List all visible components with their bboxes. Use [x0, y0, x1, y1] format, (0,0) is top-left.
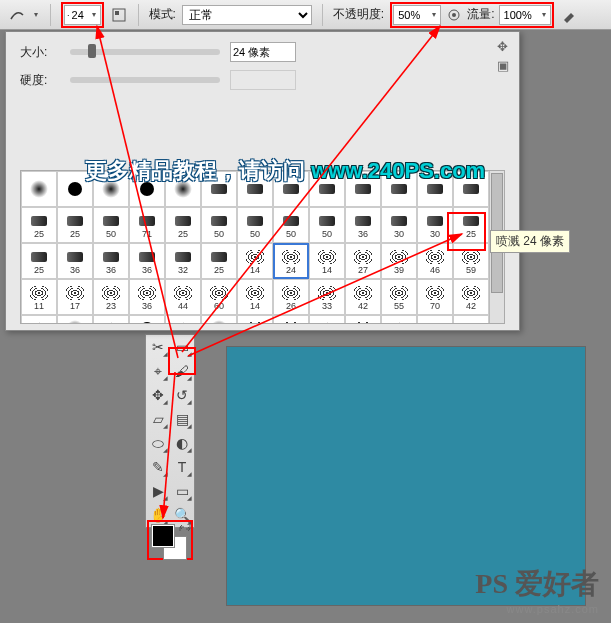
brush-preset-picker[interactable]: · ▾ — [64, 5, 101, 25]
brush-preset-cell[interactable]: ✶74 — [93, 315, 129, 323]
options-bar: ▾ · ▾ 模式: 正常 不透明度: ▾ 流量: ▾ — [0, 0, 611, 30]
brush-preset-cell[interactable]: 14 — [309, 243, 345, 279]
hardness-slider[interactable] — [70, 77, 220, 83]
size-value-input[interactable] — [231, 46, 291, 58]
brush-preset-cell[interactable]: 36 — [273, 315, 309, 323]
flow-field[interactable]: ▾ — [499, 5, 551, 25]
highlight-color-swatch — [147, 520, 193, 560]
flow-arrow-icon[interactable]: ▾ — [540, 10, 548, 19]
brush-preset-cell[interactable]: 70 — [417, 279, 453, 315]
brush-preset-cell[interactable]: 50 — [93, 207, 129, 243]
pressure-opacity-icon[interactable] — [445, 6, 463, 24]
flow-label: 流量: — [467, 6, 494, 23]
brush-preset-cell[interactable]: 134 — [57, 315, 93, 323]
gradient-tool[interactable]: ▤◢ — [170, 407, 194, 431]
brush-preset-cell[interactable]: 192 — [201, 315, 237, 323]
brush-tool[interactable]: 🖌◢ — [170, 359, 194, 383]
brush-preset-cell[interactable]: 36 — [345, 207, 381, 243]
brush-preset-cell[interactable]: 30 — [381, 207, 417, 243]
brush-preset-cell[interactable]: 14 — [237, 279, 273, 315]
brush-preset-cell[interactable]: 25 — [453, 207, 489, 243]
brush-preset-cell[interactable] — [21, 171, 57, 207]
brush-preset-cell[interactable]: 42 — [453, 279, 489, 315]
brush-preset-cell[interactable]: 25 — [21, 207, 57, 243]
brush-preset-cell[interactable]: 36 — [57, 243, 93, 279]
size-value-field[interactable] — [230, 42, 296, 62]
brush-arrow-icon[interactable]: ▾ — [90, 10, 98, 19]
brush-preset-cell[interactable]: 36 — [93, 243, 129, 279]
brush-preset-cell[interactable]: 32 — [165, 243, 201, 279]
brush-preset-cell[interactable]: 50 — [201, 207, 237, 243]
shape-tool[interactable]: ▭◢ — [170, 479, 194, 503]
opacity-arrow-icon[interactable]: ▾ — [430, 10, 438, 19]
brush-preset-cell[interactable]: 59 — [453, 243, 489, 279]
brush-preset-cell[interactable]: 42 — [345, 279, 381, 315]
brush-panel-toggle-icon[interactable] — [110, 6, 128, 24]
brush-preset-cell[interactable]: 14 — [237, 243, 273, 279]
dodge-tool[interactable]: ◐◢ — [170, 431, 194, 455]
brush-preset-cell[interactable]: 60 — [201, 279, 237, 315]
type-tool[interactable]: T◢ — [170, 455, 194, 479]
brush-preset-cell[interactable]: 36 — [237, 315, 273, 323]
watermark: PS 爱好者 www.psahz.com — [475, 565, 599, 615]
blur-tool[interactable]: ⬭◢ — [146, 431, 170, 455]
crop-tool[interactable]: ✂◢ — [146, 335, 170, 359]
brush-preset-cell[interactable]: 44 — [165, 279, 201, 315]
brush-preset-cell[interactable]: ✶29 — [165, 315, 201, 323]
brush-preset-cell[interactable]: 55 — [381, 279, 417, 315]
brush-preset-cell[interactable]: 50 — [309, 207, 345, 243]
opacity-label: 不透明度: — [333, 6, 384, 23]
brush-preset-cell[interactable]: 50 — [273, 207, 309, 243]
opacity-field[interactable]: ▾ — [393, 5, 441, 25]
brush-preset-cell[interactable]: 63 — [453, 315, 489, 323]
path-select-tool[interactable]: ▶◢ — [146, 479, 170, 503]
brush-preset-cell[interactable]: 11 — [21, 279, 57, 315]
brush-preset-cell[interactable]: 46 — [417, 243, 453, 279]
brush-size-readout[interactable] — [70, 9, 90, 21]
brush-preset-cell[interactable]: 24 — [273, 243, 309, 279]
brush-preset-cell[interactable]: 25 — [165, 207, 201, 243]
brush-preset-cell[interactable]: 25 — [57, 207, 93, 243]
brush-preset-cell[interactable]: 30 — [417, 207, 453, 243]
brush-preset-cell[interactable]: 39 — [417, 315, 453, 323]
new-preset-icon[interactable]: ▣ — [497, 59, 509, 72]
brush-preset-cell[interactable]: ✶33 — [309, 315, 345, 323]
brush-preset-cell[interactable]: 33 — [309, 279, 345, 315]
tool-preset-arrow-icon[interactable]: ▾ — [32, 10, 40, 19]
history-brush-tool[interactable]: ↺◢ — [170, 383, 194, 407]
brush-grid: 2525507125505050503630302525363636322514… — [21, 171, 489, 323]
divider — [50, 4, 51, 26]
brush-preset-cell[interactable]: 25 — [21, 243, 57, 279]
swap-colors-icon[interactable] — [179, 522, 191, 532]
eraser-tool[interactable]: ▱◢ — [146, 407, 170, 431]
brush-preset-cell[interactable]: 17 — [57, 279, 93, 315]
brush-preset-cell[interactable]: 63 — [345, 315, 381, 323]
opacity-input[interactable] — [396, 9, 430, 21]
brush-preset-cell[interactable]: 36 — [129, 243, 165, 279]
brush-preset-cell[interactable]: 71 — [129, 207, 165, 243]
blend-mode-select[interactable]: 正常 — [182, 5, 312, 25]
brush-tooltip: 喷溅 24 像素 — [490, 230, 570, 253]
brush-preset-cell[interactable]: 25 — [201, 243, 237, 279]
brush-preset-cell[interactable]: 36 — [129, 279, 165, 315]
brush-preset-cell[interactable]: ✶112 — [21, 315, 57, 323]
brush-preset-cell[interactable]: 95 — [129, 315, 165, 323]
brush-preset-cell[interactable]: 23 — [93, 279, 129, 315]
airbrush-toggle-icon[interactable] — [560, 6, 578, 24]
promo-overlay-text: 更多精品教程，请访问 www.240PS.com — [85, 156, 485, 186]
size-slider[interactable] — [70, 49, 220, 55]
brush-preset-cell[interactable]: 39 — [381, 243, 417, 279]
pen-tool[interactable]: ✎◢ — [146, 455, 170, 479]
tool-preset-picker[interactable] — [8, 6, 26, 24]
brush-preset-cell[interactable]: 50 — [237, 207, 273, 243]
brush-preset-cell[interactable]: 27 — [345, 243, 381, 279]
clone-stamp-tool[interactable]: ✥◢ — [146, 383, 170, 407]
frame-tool[interactable]: ▭◢ — [170, 335, 194, 359]
divider — [322, 4, 323, 26]
brush-preset-cell[interactable]: ✶66 — [381, 315, 417, 323]
panel-menu-icon[interactable]: ✥ — [497, 40, 509, 53]
foreground-color-swatch[interactable] — [151, 524, 175, 548]
eyedropper-tool[interactable]: ⌖◢ — [146, 359, 170, 383]
flow-input[interactable] — [502, 9, 540, 21]
brush-preset-cell[interactable]: 26 — [273, 279, 309, 315]
